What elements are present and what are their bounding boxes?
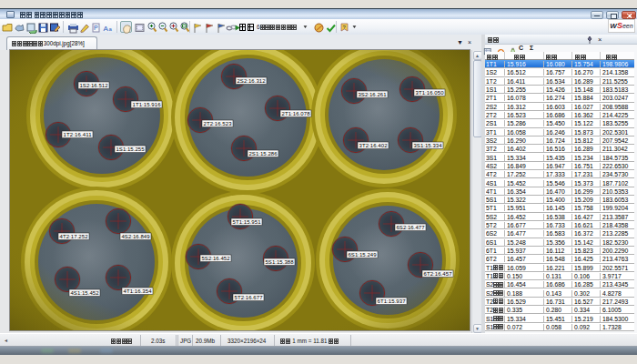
svg-text:2T2:16.523: 2T2:16.523 [204, 121, 233, 126]
svg-text:3S2:16.261: 3S2:16.261 [359, 92, 388, 97]
svg-text:6S2:16.477: 6S2:16.477 [397, 225, 426, 230]
svg-text:3T1:16.050: 3T1:16.050 [416, 90, 445, 96]
svg-text:6S1:15.249: 6S1:15.249 [349, 252, 378, 258]
svg-text:3T2:16.402: 3T2:16.402 [359, 143, 389, 148]
svg-text:6T2:16.457: 6T2:16.457 [424, 271, 453, 277]
svg-text:P: P [94, 25, 98, 31]
svg-text:5T2:16.677: 5T2:16.677 [235, 295, 264, 300]
svg-text:1T1:15.916: 1T1:15.916 [133, 102, 162, 107]
svg-text:5S1:15.388: 5S1:15.388 [266, 259, 295, 265]
svg-text:1S2:16.512: 1S2:16.512 [80, 83, 109, 88]
svg-text:4T1:16.354: 4T1:16.354 [124, 288, 153, 294]
svg-text:a: a [109, 26, 113, 32]
svg-text:2S1:15.286: 2S1:15.286 [249, 151, 278, 157]
svg-text:2T1:16.078: 2T1:16.078 [282, 111, 311, 116]
svg-text:6T1:15.937: 6T1:15.937 [378, 298, 407, 304]
svg-text:5S2:16.452: 5S2:16.452 [202, 256, 231, 261]
svg-text:4S1:15.452: 4S1:15.452 [71, 290, 100, 296]
svg-text:3S1:15.334: 3S1:15.334 [414, 143, 443, 148]
svg-text:1T2:16.411: 1T2:16.411 [64, 132, 93, 137]
svg-text:2S2:16.312: 2S2:16.312 [238, 78, 267, 84]
svg-text:4T2:17.252: 4T2:17.252 [60, 234, 89, 239]
svg-text:5T1:15.951: 5T1:15.951 [233, 219, 262, 225]
svg-text:4S2:16.849: 4S2:16.849 [122, 234, 151, 239]
svg-text:1S1:15.255: 1S1:15.255 [116, 147, 146, 152]
